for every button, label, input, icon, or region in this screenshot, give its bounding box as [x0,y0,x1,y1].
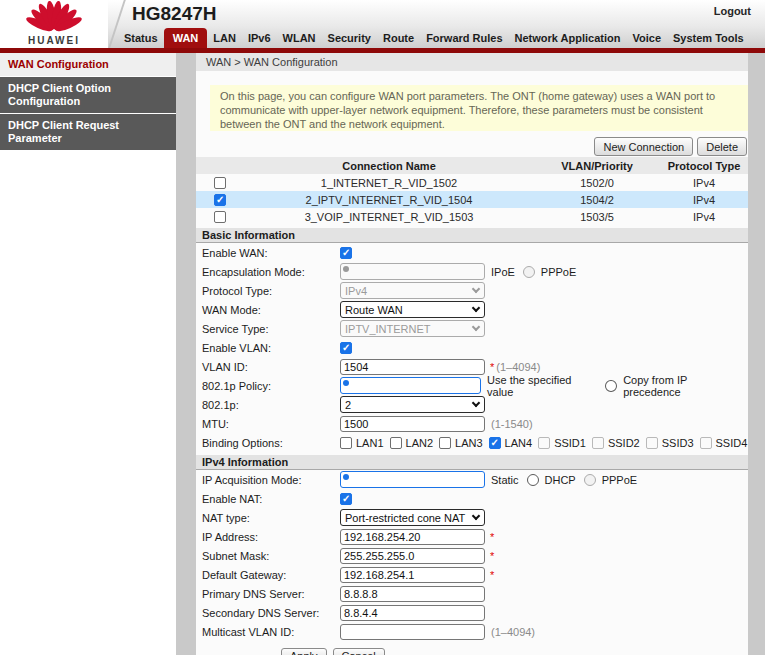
wan-mode-label: WAN Mode: [202,304,340,316]
enable-nat-label: Enable NAT: [202,493,340,505]
ipoe-radio[interactable] [340,263,485,280]
ssid4-checkbox[interactable] [700,437,712,449]
form-row-secondary-dns: Secondary DNS Server: [196,603,748,622]
ip-address-input[interactable] [340,529,485,545]
copy-from-ip-precedence-radio[interactable] [605,380,617,392]
dhcp-radio-label: DHCP [545,474,576,486]
8021p-policy-label: 802.1p Policy: [202,380,340,392]
mtu-input[interactable] [340,416,485,432]
main-nav-tabs: Status WAN LAN IPv6 WLAN Security Route … [118,28,750,48]
chevron-down-icon [472,304,480,312]
tab-network-application[interactable]: Network Application [509,28,627,48]
service-type-select[interactable]: IPTV_INTERNET [340,320,485,337]
connection-name: 2_IPTV_INTERNET_R_VID_1504 [244,191,534,208]
tab-wlan[interactable]: WLAN [277,28,322,48]
required-asterisk: * [490,569,494,581]
checkbox-column-header [196,157,244,174]
new-connection-button[interactable]: New Connection [594,137,693,156]
lan3-checkbox[interactable] [439,437,451,449]
lan2-checkbox[interactable] [390,437,402,449]
ipoe-radio-label: IPoE [491,266,515,278]
ssid2-checkbox[interactable] [592,437,604,449]
chevron-down-icon [472,285,480,293]
ssid2-label: SSID2 [608,437,640,449]
pppoe-radio[interactable] [523,266,535,278]
nat-type-select[interactable]: Port-restricted cone NAT [340,509,485,526]
form-row-enable-nat: Enable NAT: [196,489,748,508]
dhcp-radio[interactable] [527,474,539,486]
connections-table: Connection Name VLAN/Priority Protocol T… [196,157,748,225]
protocol-type-value: IPv4 [345,285,367,297]
static-radio[interactable] [340,471,485,488]
enable-wan-checkbox[interactable] [340,247,352,259]
lan1-checkbox[interactable] [340,437,352,449]
sidebar-item-dhcp-client-request-parameter[interactable]: DHCP Client Request Parameter [0,114,176,151]
lan4-checkbox[interactable] [489,437,501,449]
tab-forward-rules[interactable]: Forward Rules [420,28,508,48]
form-row-enable-wan: Enable WAN: [196,243,748,262]
table-row[interactable]: 1_INTERNET_R_VID_1502 1502/0 IPv4 [196,174,748,191]
cancel-button[interactable]: Cancel [333,648,385,655]
primary-dns-input[interactable] [340,586,485,602]
vlan-id-input[interactable] [340,359,485,375]
tab-route[interactable]: Route [377,28,420,48]
row-2-checkbox[interactable] [214,194,226,206]
form-row-ip-acquisition-mode: IP Acquisition Mode: Static DHCP PPPoE [196,470,748,489]
form-row-8021p: 802.1p: 2 [196,395,748,414]
enable-nat-checkbox[interactable] [340,493,352,505]
delete-button[interactable]: Delete [697,137,747,156]
pppoe-radio-label: PPPoE [541,266,576,278]
nat-type-label: NAT type: [202,512,340,524]
vlan-priority: 1504/2 [534,191,660,208]
logout-link[interactable]: Logout [714,5,751,17]
ssid3-label: SSID3 [662,437,694,449]
tab-wan[interactable]: WAN [164,28,208,48]
apply-button[interactable]: Apply [281,648,327,655]
row-3-checkbox[interactable] [214,211,226,223]
brand-name: HUAWEI [0,35,108,46]
left-gutter [176,53,196,655]
ssid1-checkbox[interactable] [538,437,550,449]
form-row-protocol-type: Protocol Type: IPv4 [196,281,748,300]
tab-status[interactable]: Status [118,28,164,48]
sidebar-item-wan-configuration[interactable]: WAN Configuration [0,53,176,77]
vlan-priority-header: VLAN/Priority [534,157,660,174]
tab-voice[interactable]: Voice [626,28,667,48]
default-gateway-input[interactable] [340,567,485,583]
sidebar: WAN Configuration DHCP Client Option Con… [0,53,176,655]
required-asterisk: * [490,361,494,373]
enable-vlan-label: Enable VLAN: [202,342,340,354]
router-admin-page: HUAWEI HG8247H Logout Status WAN LAN IPv… [0,0,765,655]
protocol-type-select[interactable]: IPv4 [340,282,485,299]
tab-lan[interactable]: LAN [207,28,242,48]
table-row[interactable]: 2_IPTV_INTERNET_R_VID_1504 1504/2 IPv4 [196,191,748,208]
tab-ipv6[interactable]: IPv6 [242,28,277,48]
ip-acquisition-mode-label: IP Acquisition Mode: [202,474,340,486]
ipv4-information-section-header: IPv4 Information [196,455,748,470]
nat-type-value: Port-restricted cone NAT [345,512,465,524]
ssid3-checkbox[interactable] [646,437,658,449]
enable-vlan-checkbox[interactable] [340,342,352,354]
multicast-vlan-id-hint: (1–4094) [491,626,535,638]
table-row[interactable]: 3_VOIP_INTERNET_R_VID_1503 1503/5 IPv4 [196,208,748,225]
8021p-value: 2 [345,399,351,411]
row-1-checkbox[interactable] [214,177,226,189]
service-type-value: IPTV_INTERNET [345,323,431,335]
vlan-priority: 1502/0 [534,174,660,191]
secondary-dns-input[interactable] [340,605,485,621]
tab-system-tools[interactable]: System Tools [667,28,750,48]
8021p-select[interactable]: 2 [340,396,485,413]
subnet-mask-input[interactable] [340,548,485,564]
tab-security[interactable]: Security [322,28,377,48]
pppoe-acquisition-radio[interactable] [584,474,596,486]
form-row-binding-options: Binding Options: LAN1 LAN2 LAN3 LAN4 SSI… [196,433,748,452]
wan-mode-select[interactable]: Route WAN [340,301,485,318]
protocol-type-header: Protocol Type [660,157,748,174]
multicast-vlan-id-input[interactable] [340,624,485,640]
use-specified-value-radio[interactable] [340,377,481,394]
pppoe-acquisition-label: PPPoE [602,474,637,486]
basic-information-section-header: Basic Information [196,228,748,243]
form-row-service-type: Service Type: IPTV_INTERNET [196,319,748,338]
form-row-default-gateway: Default Gateway: * [196,565,748,584]
sidebar-item-dhcp-client-option-configuration[interactable]: DHCP Client Option Configuration [0,77,176,114]
